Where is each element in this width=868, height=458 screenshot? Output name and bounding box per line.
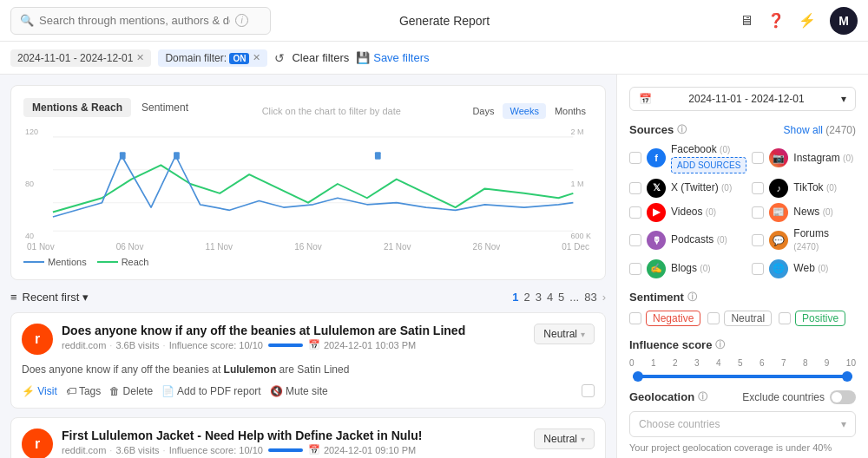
chart-x-labels: 01 Nov 06 Nov 11 Nov 16 Nov 21 Nov 26 No…	[23, 242, 593, 252]
positive-label: Positive	[795, 311, 845, 326]
mention-meta: reddit.com · 3.6B visits · Influence sco…	[62, 339, 525, 350]
page-5[interactable]: 5	[558, 291, 564, 304]
save-filters-label: Save filters	[373, 51, 429, 64]
chart-area: 120 80 40	[23, 128, 593, 240]
page-3[interactable]: 3	[536, 291, 542, 304]
search-input[interactable]	[39, 14, 230, 27]
ctrl-months[interactable]: Months	[548, 103, 593, 119]
ctrl-weeks[interactable]: Weeks	[503, 103, 545, 119]
sentiment-neutral[interactable]: Neutral	[707, 311, 772, 326]
monitor-icon[interactable]: 🖥	[740, 13, 753, 29]
tags-button[interactable]: 🏷 Tags	[66, 385, 101, 397]
influence-label: Influence score: 10/10	[169, 445, 263, 455]
date-range-filter[interactable]: 📅 2024-11-01 - 2024-12-01 ▾	[629, 87, 856, 111]
source-web-check[interactable]	[752, 263, 764, 275]
sentiment-positive[interactable]: Positive	[779, 311, 845, 326]
bolt-icon[interactable]: ⚡	[799, 12, 816, 29]
source-videos: ▶ Videos (0)	[629, 203, 746, 222]
mention-source: reddit.com	[62, 340, 106, 350]
domain-filter-tag[interactable]: Domain filter: ON ✕	[158, 49, 267, 67]
source-forums-check[interactable]	[752, 234, 764, 246]
facebook-icon: f	[647, 148, 666, 167]
page-last[interactable]: 83	[584, 291, 596, 304]
chart-y-left: 120 80 40	[25, 128, 38, 240]
forums-icon: 💬	[769, 231, 788, 250]
mention-checkbox[interactable]	[582, 384, 595, 397]
pagination: 1 2 3 4 5 ... 83 ›	[512, 291, 606, 304]
instagram-icon: 📷	[769, 148, 788, 167]
positive-check[interactable]	[779, 312, 791, 324]
source-podcasts-check[interactable]	[629, 234, 641, 246]
geo-title: Geolocation ⓘ	[629, 390, 707, 403]
country-select[interactable]: Choose countries ▾	[629, 411, 856, 437]
twitter-label: X (Twitter) (0)	[671, 181, 732, 195]
domain-filter-label: Domain filter: ON	[165, 52, 249, 64]
search-info-icon[interactable]: i	[235, 14, 248, 27]
mute-site-button[interactable]: 🔇 Mute site	[270, 385, 328, 397]
source-blogs-check[interactable]	[629, 263, 641, 275]
mention-title[interactable]: First Lululemon Jacket - Need Help with …	[62, 429, 525, 442]
slider-handle-min[interactable]	[633, 371, 643, 382]
delete-button[interactable]: 🗑 Delete	[109, 385, 153, 397]
date-filter-close[interactable]: ✕	[136, 52, 144, 63]
add-sources-button[interactable]: ADD SOURCES	[671, 157, 746, 173]
chart-y-labels: 2 M 1 M 600 K	[570, 128, 591, 240]
source-tiktok-check[interactable]	[752, 182, 764, 194]
negative-check[interactable]	[629, 312, 641, 324]
geo-info-icon[interactable]: ⓘ	[698, 390, 707, 403]
sentiment-negative[interactable]: Negative	[629, 311, 700, 326]
mention-title[interactable]: Does anyone know if any off the beanies …	[62, 324, 525, 337]
news-icon: 📰	[769, 203, 788, 222]
tab-mentions-reach[interactable]: Mentions & Reach	[23, 98, 131, 117]
mention-date: 2024-12-01 09:10 PM	[324, 445, 416, 455]
source-twitter-check[interactable]	[629, 182, 641, 194]
facebook-label: Facebook (0)	[671, 143, 746, 157]
negative-label: Negative	[646, 311, 700, 326]
sentiment-info-icon[interactable]: ⓘ	[687, 291, 697, 304]
add-to-pdf-button[interactable]: 📄 Add to PDF report	[161, 385, 260, 397]
source-news-check[interactable]	[752, 206, 764, 219]
refresh-icon[interactable]: ↺	[274, 51, 285, 65]
source-instagram-check[interactable]	[752, 152, 764, 164]
generate-report-button[interactable]: Generate Report	[399, 14, 490, 28]
search-box[interactable]: 🔍 i	[10, 7, 271, 35]
tiktok-label: TikTok (0)	[793, 181, 837, 195]
influence-slider: 012345678910	[629, 358, 856, 378]
source-facebook-check[interactable]	[629, 152, 641, 164]
sentiment-section: Sentiment ⓘ Negative Neutral Positive	[629, 291, 856, 326]
calendar-icon: 📅	[639, 93, 652, 105]
exclude-countries-label: Exclude countries	[742, 391, 825, 403]
sentiment-badge[interactable]: Neutral ▾	[534, 324, 595, 344]
tab-sentiment[interactable]: Sentiment	[133, 98, 197, 117]
page-4[interactable]: 4	[547, 291, 553, 304]
show-all-sources[interactable]: Show all (2470)	[784, 124, 856, 136]
news-label: News (0)	[793, 206, 833, 219]
mention-card: r First Lululemon Jacket - Need Help wit…	[10, 417, 606, 458]
sentiment-badge[interactable]: Neutral ▾	[534, 429, 595, 449]
exclude-toggle[interactable]	[830, 390, 856, 404]
date-filter-tag[interactable]: 2024-11-01 - 2024-12-01 ✕	[10, 49, 151, 67]
source-web: 🌐 Web (0)	[752, 259, 856, 278]
neutral-check[interactable]	[707, 312, 720, 324]
help-icon[interactable]: ❓	[767, 12, 785, 29]
sources-info-icon[interactable]: ⓘ	[677, 123, 687, 136]
legend-reach: Reach	[97, 257, 149, 267]
slider-handle-max[interactable]	[842, 371, 852, 382]
slider-track[interactable]	[633, 375, 852, 378]
sentiment-label: Neutral	[543, 433, 577, 445]
source-facebook: f Facebook (0) ADD SOURCES	[629, 143, 746, 173]
country-chevron-icon: ▾	[841, 418, 846, 430]
influence-section: Influence score ⓘ 012345678910	[629, 338, 856, 378]
influence-info-icon[interactable]: ⓘ	[715, 338, 725, 351]
ctrl-days[interactable]: Days	[465, 103, 501, 119]
sort-button[interactable]: Recent first ▾	[23, 291, 89, 304]
visit-button[interactable]: ⚡ Visit	[22, 385, 57, 397]
domain-filter-close[interactable]: ✕	[253, 52, 260, 63]
avatar[interactable]: M	[830, 7, 858, 35]
source-videos-check[interactable]	[629, 206, 641, 219]
page-1[interactable]: 1	[512, 291, 518, 304]
page-2[interactable]: 2	[523, 291, 529, 304]
clear-filters-button[interactable]: Clear filters	[292, 51, 349, 64]
save-filters-button[interactable]: 💾 Save filters	[356, 51, 429, 64]
page-next[interactable]: ›	[602, 291, 606, 304]
